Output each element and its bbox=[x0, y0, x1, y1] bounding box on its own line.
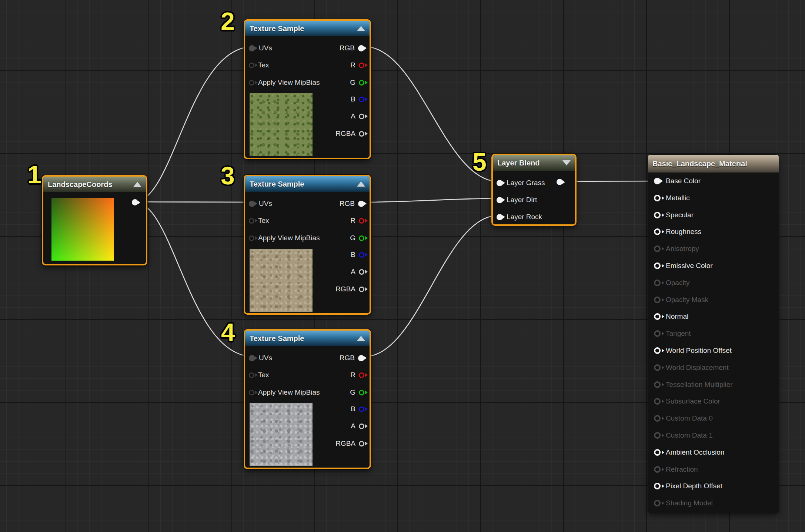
annotation-1: 1 bbox=[27, 162, 41, 187]
collapse-triangle-icon[interactable] bbox=[562, 160, 571, 165]
node-header[interactable]: LandscapeCoords bbox=[43, 177, 146, 192]
node-title: Texture Sample bbox=[250, 24, 304, 33]
pin-label: Refraction bbox=[666, 465, 698, 474]
wire-landscapecoords-to-uvs-middle bbox=[134, 202, 253, 202]
wire-rgb-bottom-to-layer-rock bbox=[365, 215, 498, 357]
node-texture-sample-rock[interactable]: Texture Sample UVs Tex Apply View MipBia… bbox=[244, 329, 371, 469]
layer-rock-input-pin[interactable] bbox=[497, 214, 503, 220]
opacity-mask-input-pin[interactable] bbox=[654, 297, 661, 303]
node-header[interactable]: Layer Blend bbox=[493, 155, 575, 171]
annotation-4: 4 bbox=[221, 319, 235, 345]
pin-label: Metallic bbox=[666, 194, 689, 202]
pin-label: Apply View MipBias bbox=[258, 78, 320, 87]
r-output-pin[interactable] bbox=[359, 63, 364, 68]
r-output-pin[interactable] bbox=[359, 372, 364, 378]
node-header[interactable]: Texture Sample bbox=[245, 21, 370, 36]
collapse-triangle-icon[interactable] bbox=[357, 26, 365, 31]
pin-label: Anisotropy bbox=[666, 245, 699, 253]
mipbias-input-pin[interactable] bbox=[249, 235, 254, 241]
g-output-pin[interactable] bbox=[359, 235, 364, 241]
wire-rgb-middle-to-layer-dirt bbox=[365, 198, 498, 202]
pin-label: Opacity Mask bbox=[666, 296, 708, 304]
rgba-output-pin[interactable] bbox=[359, 441, 364, 446]
normal-input-pin[interactable] bbox=[654, 313, 661, 320]
pin-label: Subsurface Color bbox=[666, 397, 720, 405]
node-layer-blend[interactable]: Layer Blend Layer Grass Layer Dirt Layer… bbox=[491, 154, 577, 226]
pixel-depth-offset-input-pin[interactable] bbox=[654, 483, 661, 489]
material-graph-canvas[interactable]: 1 2 3 4 5 LandscapeCoords Texture Sample… bbox=[0, 0, 805, 532]
output-pin[interactable] bbox=[557, 179, 563, 185]
a-output-pin[interactable] bbox=[359, 424, 364, 429]
pin-label: RGBA bbox=[335, 285, 355, 293]
pin-label: UVs bbox=[259, 200, 272, 208]
pin-label: Opacity bbox=[666, 279, 689, 287]
rgba-output-pin[interactable] bbox=[359, 287, 364, 292]
mipbias-input-pin[interactable] bbox=[249, 390, 254, 395]
uvs-input-pin[interactable] bbox=[249, 201, 255, 207]
uvs-input-pin[interactable] bbox=[249, 45, 255, 51]
tex-input-pin[interactable] bbox=[249, 218, 254, 224]
base-color-input-pin[interactable] bbox=[654, 178, 661, 184]
world-position-offset-input-pin[interactable] bbox=[654, 347, 661, 354]
tex-input-pin[interactable] bbox=[249, 63, 254, 68]
shading-model-input-pin[interactable] bbox=[654, 500, 661, 506]
specular-input-pin[interactable] bbox=[654, 212, 661, 218]
pin-label: Ambient Occlusion bbox=[666, 448, 724, 456]
anisotropy-input-pin[interactable] bbox=[654, 245, 661, 252]
node-texture-sample-grass[interactable]: Texture Sample UVs Tex Apply View MipBia… bbox=[244, 19, 371, 159]
node-texture-sample-dirt[interactable]: Texture Sample UVs Tex Apply View MipBia… bbox=[244, 175, 371, 315]
custom-data-1-input-pin[interactable] bbox=[654, 432, 661, 439]
pin-label: A bbox=[351, 422, 355, 430]
output-pin[interactable] bbox=[132, 199, 138, 205]
node-landscape-coords[interactable]: LandscapeCoords bbox=[42, 175, 147, 265]
node-header[interactable]: Basic_Landscape_Material bbox=[648, 155, 779, 173]
uvs-input-pin[interactable] bbox=[249, 355, 255, 361]
g-output-pin[interactable] bbox=[359, 390, 364, 395]
node-header[interactable]: Texture Sample bbox=[245, 331, 370, 346]
subsurface-color-input-pin[interactable] bbox=[654, 398, 661, 405]
pin-label: Tessellation Multiplier bbox=[666, 381, 733, 389]
pin-label: G bbox=[350, 388, 355, 397]
tex-input-pin[interactable] bbox=[249, 372, 254, 378]
mipbias-input-pin[interactable] bbox=[249, 80, 254, 86]
b-output-pin[interactable] bbox=[359, 252, 364, 258]
refraction-input-pin[interactable] bbox=[654, 466, 661, 473]
opacity-input-pin[interactable] bbox=[654, 280, 661, 286]
node-basic-landscape-material[interactable]: Basic_Landscape_Material Base Color Meta… bbox=[648, 155, 779, 513]
rgb-output-pin[interactable] bbox=[358, 45, 364, 51]
grass-texture-preview bbox=[250, 93, 313, 156]
emissive-color-input-pin[interactable] bbox=[654, 262, 661, 269]
pin-label: Tex bbox=[258, 371, 269, 379]
a-output-pin[interactable] bbox=[359, 269, 364, 275]
pin-label: A bbox=[351, 268, 355, 276]
rgb-output-pin[interactable] bbox=[358, 355, 364, 361]
collapse-triangle-icon[interactable] bbox=[357, 336, 365, 341]
collapse-triangle-icon[interactable] bbox=[133, 182, 141, 187]
pin-label: Layer Grass bbox=[507, 179, 545, 187]
collapse-triangle-icon[interactable] bbox=[357, 181, 365, 187]
rgba-output-pin[interactable] bbox=[359, 131, 364, 137]
b-output-pin[interactable] bbox=[359, 97, 364, 102]
tessellation-multiplier-input-pin[interactable] bbox=[654, 381, 661, 388]
r-output-pin[interactable] bbox=[359, 218, 364, 224]
layer-dirt-input-pin[interactable] bbox=[497, 197, 503, 203]
world-displacement-input-pin[interactable] bbox=[654, 364, 661, 371]
g-output-pin[interactable] bbox=[359, 80, 364, 86]
custom-data-0-input-pin[interactable] bbox=[654, 415, 661, 422]
pin-label: Layer Rock bbox=[507, 213, 542, 221]
b-output-pin[interactable] bbox=[359, 406, 364, 412]
tangent-input-pin[interactable] bbox=[654, 330, 661, 337]
pin-label: Base Color bbox=[666, 177, 701, 185]
node-header[interactable]: Texture Sample bbox=[245, 176, 370, 192]
pin-label: UVs bbox=[259, 44, 272, 52]
annotation-5: 5 bbox=[472, 149, 487, 174]
roughness-input-pin[interactable] bbox=[654, 228, 661, 235]
pin-label: RGBA bbox=[335, 130, 355, 138]
pin-label: Tex bbox=[258, 217, 269, 225]
rgb-output-pin[interactable] bbox=[358, 201, 364, 207]
a-output-pin[interactable] bbox=[359, 114, 364, 119]
ambient-occlusion-input-pin[interactable] bbox=[654, 449, 661, 456]
metallic-input-pin[interactable] bbox=[654, 195, 661, 201]
pin-label: Normal bbox=[666, 312, 688, 321]
layer-grass-input-pin[interactable] bbox=[497, 180, 503, 186]
